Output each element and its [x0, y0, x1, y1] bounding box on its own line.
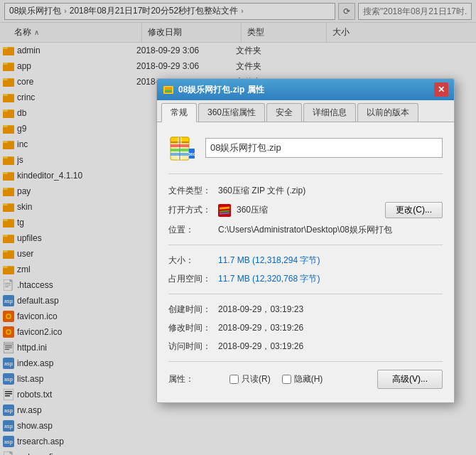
info-value: 2018-09-29，03:19:26 [218, 322, 303, 334]
info-row: 文件类型： 360压缩 ZIP 文件 (.zip) [168, 181, 443, 200]
file-header-row: 360 [168, 134, 443, 162]
dialog-content: 360 文件类型： 360压缩 ZIP 文件 (.zip) 打开方式： [157, 122, 454, 402]
dialog-titlebar: 08娱乐网打包.zip 属性 ✕ [157, 79, 454, 100]
dialog-title-text: 08娱乐网打包.zip 属性 [178, 84, 434, 96]
info-label: 位置： [168, 224, 218, 236]
properties-dialog: 08娱乐网打包.zip 属性 ✕ 常规360压缩属性安全详细信息以前的版本 [156, 78, 455, 403]
dialog-tab[interactable]: 详细信息 [303, 103, 356, 122]
info-label: 修改时间： [168, 322, 218, 334]
dialog-close-button[interactable]: ✕ [434, 82, 448, 97]
info-value: 360压缩 ZIP 文件 (.zip) [218, 185, 305, 197]
dialog-tab[interactable]: 以前的版本 [357, 103, 418, 122]
open-with-icon [218, 204, 231, 217]
info-label: 大小： [168, 255, 218, 267]
dialog-tabs: 常规360压缩属性安全详细信息以前的版本 [157, 100, 454, 122]
hidden-label: 隐藏(H) [294, 373, 323, 385]
readonly-checkbox[interactable] [229, 375, 239, 384]
svg-rect-94 [171, 144, 189, 147]
info-row: 位置： C:\Users\Administrator\Desktop\08娱乐网… [168, 220, 443, 239]
info-label: 打开方式： [168, 204, 218, 216]
info-value: C:\Users\Administrator\Desktop\08娱乐网打包 [218, 224, 392, 236]
info-label: 文件类型： [168, 185, 218, 197]
info-row: 创建时间： 2018-09-29，03:19:23 [168, 300, 443, 318]
info-value: 2018-09-29，03:19:23 [218, 304, 303, 316]
zip-file-icon: 360 [168, 134, 197, 162]
readonly-label: 只读(R) [242, 373, 271, 385]
info-section: 文件类型： 360压缩 ZIP 文件 (.zip) 打开方式： 360压缩 更改… [168, 173, 443, 355]
change-button[interactable]: 更改(C)... [385, 202, 443, 218]
svg-text:360: 360 [188, 152, 196, 156]
svg-rect-95 [171, 149, 189, 151]
info-value: 11.7 MB (12,318,294 字节) [218, 255, 320, 267]
separator [168, 294, 443, 294]
info-row: 打开方式： 360压缩 更改(C)... [168, 200, 443, 220]
dialog-tab[interactable]: 常规 [161, 103, 197, 122]
info-value: 2018-09-29，03:19:26 [218, 341, 303, 353]
info-label: 创建时间： [168, 304, 218, 316]
dialog-tab[interactable]: 360压缩属性 [198, 103, 265, 122]
dialog-tab[interactable]: 安全 [266, 103, 302, 122]
svg-rect-86 [165, 87, 172, 89]
svg-rect-87 [165, 90, 172, 91]
info-label: 访问时间： [168, 341, 218, 353]
separator-1 [168, 361, 443, 362]
dialog-title-icon [163, 84, 174, 95]
readonly-checkbox-label[interactable]: 只读(R) [229, 373, 271, 385]
svg-rect-88 [165, 92, 172, 93]
info-row: 大小： 11.7 MB (12,318,294 字节) [168, 251, 443, 269]
info-value: 360压缩 [237, 204, 268, 216]
attributes-row: 属性： 只读(R) 隐藏(H) 高级(V)... [168, 368, 443, 391]
advanced-button[interactable]: 高级(V)... [377, 370, 443, 389]
file-name-input[interactable] [205, 138, 443, 158]
info-row: 修改时间： 2018-09-29，03:19:26 [168, 318, 443, 337]
info-value: 11.7 MB (12,320,768 字节) [218, 273, 320, 285]
separator [168, 245, 443, 245]
info-row: 占用空间： 11.7 MB (12,320,768 字节) [168, 269, 443, 288]
info-value-with-button: 360压缩 更改(C)... [218, 202, 443, 218]
info-label: 占用空间： [168, 273, 218, 285]
info-row: 访问时间： 2018-09-29，03:19:26 [168, 337, 443, 355]
hidden-checkbox-label[interactable]: 隐藏(H) [282, 373, 323, 385]
attributes-label: 属性： [168, 373, 218, 385]
hidden-checkbox[interactable] [282, 375, 291, 384]
svg-rect-96 [171, 153, 189, 156]
